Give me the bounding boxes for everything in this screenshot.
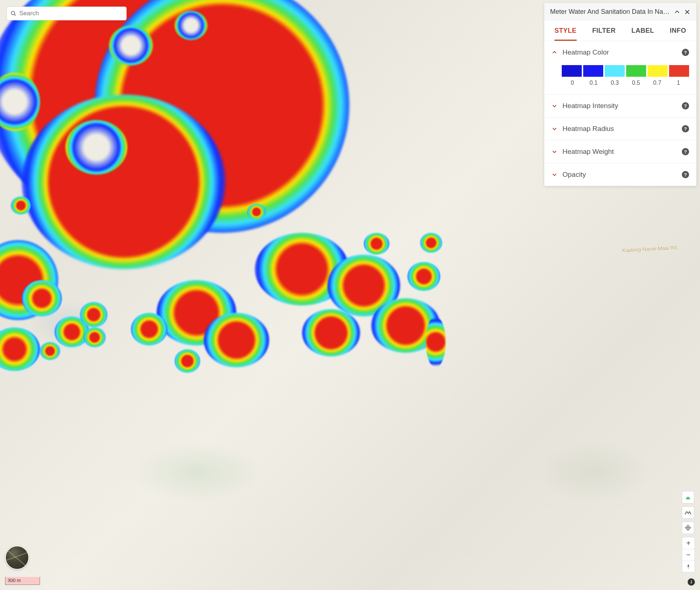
search-icon (11, 11, 16, 16)
color-swatch-labels: 0 0.1 0.3 0.5 0.7 1 (562, 80, 689, 86)
close-icon[interactable] (684, 9, 691, 15)
color-swatch[interactable] (648, 65, 668, 77)
swatch-value: 1 (668, 80, 689, 86)
svg-marker-13 (687, 567, 689, 569)
color-swatch[interactable] (605, 65, 625, 77)
compass-button[interactable] (682, 561, 695, 572)
panel-tabs: STYLE FILTER LABEL INFO (544, 20, 696, 41)
swatch-value: 0.3 (604, 80, 625, 86)
help-icon[interactable]: ? (682, 171, 689, 178)
scale-bar: 300 m (5, 577, 40, 585)
section-heatmap-intensity: Heatmap Intensity ? (544, 94, 696, 117)
locate-button[interactable] (682, 522, 694, 534)
tab-filter[interactable]: FILTER (592, 27, 616, 41)
collapse-icon[interactable] (674, 9, 680, 15)
swatch-value: 0.5 (625, 80, 647, 86)
color-swatch[interactable] (583, 65, 603, 77)
zoom-out-button[interactable]: − (682, 549, 695, 561)
help-icon[interactable]: ? (682, 102, 689, 109)
help-icon[interactable]: ? (682, 125, 689, 132)
map-controls: + − (682, 491, 695, 573)
svg-line-1 (14, 14, 16, 16)
color-ramp: 0 0.1 0.3 0.5 0.7 1 (544, 64, 696, 94)
tab-info[interactable]: INFO (670, 27, 686, 41)
locate-icon (685, 525, 691, 531)
color-swatch[interactable] (669, 65, 689, 77)
section-heatmap-radius: Heatmap Radius ? (544, 117, 696, 140)
section-head-heatmap-weight[interactable]: Heatmap Weight ? (544, 140, 696, 163)
zoom-in-button[interactable]: + (682, 537, 695, 549)
panel-title: Meter Water And Sanitation Data In Na… (550, 8, 670, 16)
section-label: Heatmap Intensity (562, 102, 677, 110)
compass-icon (685, 564, 691, 570)
section-opacity: Opacity ? (544, 163, 696, 186)
attribution-icon[interactable]: i (688, 578, 695, 586)
section-label: Heatmap Weight (562, 148, 677, 156)
section-head-heatmap-intensity[interactable]: Heatmap Intensity ? (544, 95, 696, 117)
zoom-control: + − (682, 537, 695, 573)
search-input[interactable] (19, 10, 123, 17)
svg-marker-12 (687, 564, 689, 567)
svg-point-7 (688, 527, 689, 529)
chevron-down-icon (552, 172, 557, 178)
mountain-outline-icon (684, 509, 692, 516)
layer-panel: Meter Water And Sanitation Data In Na… S… (544, 3, 696, 186)
color-swatch-row (562, 65, 689, 77)
swatch-value: 0.1 (583, 80, 604, 86)
tab-label[interactable]: LABEL (631, 27, 654, 41)
section-head-opacity[interactable]: Opacity ? (544, 163, 696, 186)
section-label: Heatmap Color (562, 48, 677, 56)
chevron-down-icon (552, 126, 557, 132)
svg-point-0 (11, 11, 15, 15)
chevron-down-icon (552, 149, 557, 155)
color-swatch[interactable] (626, 65, 646, 77)
basemap-terrain-button[interactable] (682, 506, 694, 519)
chevron-up-icon (552, 49, 557, 55)
help-icon[interactable]: ? (682, 148, 689, 155)
basemap-switcher[interactable] (5, 546, 29, 570)
section-heatmap-weight: Heatmap Weight ? (544, 140, 696, 163)
color-swatch[interactable] (562, 65, 582, 77)
section-head-heatmap-radius[interactable]: Heatmap Radius ? (544, 117, 696, 140)
help-icon[interactable]: ? (682, 49, 689, 56)
section-head-heatmap-color[interactable]: Heatmap Color ? (544, 41, 696, 64)
basemap-outdoor-button[interactable] (682, 491, 694, 503)
swatch-value: 0.7 (647, 80, 668, 86)
section-label: Opacity (562, 171, 677, 179)
svg-marker-5 (687, 495, 689, 497)
section-heatmap-color: Heatmap Color ? 0 0.1 0.3 0.5 0.7 1 (544, 41, 696, 94)
chevron-down-icon (552, 103, 557, 109)
section-label: Heatmap Radius (562, 125, 677, 133)
search-box[interactable] (7, 7, 127, 20)
swatch-value: 0 (562, 80, 583, 86)
mountain-filled-icon (684, 494, 692, 501)
tab-style[interactable]: STYLE (554, 27, 577, 41)
panel-header: Meter Water And Sanitation Data In Na… (544, 3, 696, 20)
